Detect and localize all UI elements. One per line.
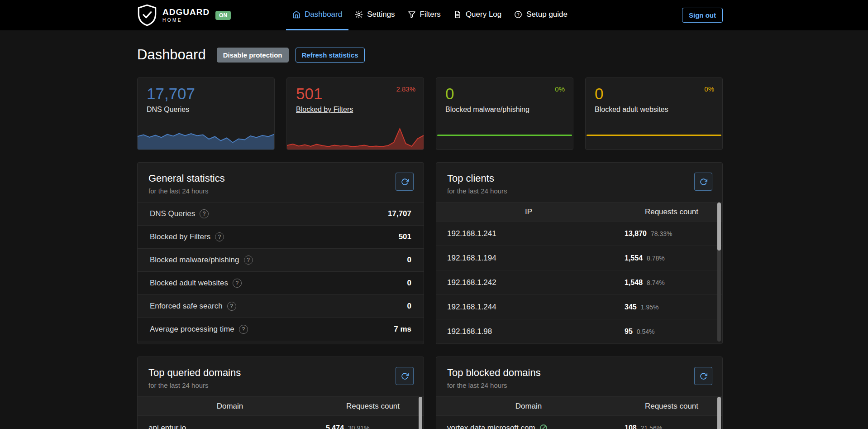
percent: 8.78% bbox=[647, 255, 665, 262]
domain-row: api.entur.io 5,47430.91% bbox=[138, 416, 424, 429]
nav-item-setup-guide[interactable]: ? Setup guide bbox=[508, 0, 574, 30]
gear-icon bbox=[355, 10, 363, 19]
stat-percent: 0% bbox=[704, 85, 714, 93]
percent: 78.33% bbox=[651, 230, 672, 237]
sign-out-button[interactable]: Sign out bbox=[682, 8, 723, 23]
help-icon[interactable]: ? bbox=[227, 302, 236, 311]
domain-link[interactable]: vortex.data.microsoft.com bbox=[447, 424, 535, 429]
scrollbar-track bbox=[419, 397, 422, 429]
home-icon bbox=[292, 10, 300, 19]
refresh-top-queried-button[interactable] bbox=[396, 367, 414, 385]
dns-queries-sparkline bbox=[138, 123, 274, 149]
nav-item-filters[interactable]: Filters bbox=[401, 0, 447, 30]
panel-title: Top blocked domains bbox=[447, 367, 711, 379]
stat-row-blocked-by-filters: Blocked by Filters ? 501 bbox=[138, 225, 424, 248]
stat-row-value: 0 bbox=[407, 302, 411, 311]
nav-item-settings[interactable]: Settings bbox=[348, 0, 401, 30]
refresh-general-statistics-button[interactable] bbox=[396, 173, 414, 191]
scrollbar-thumb[interactable] bbox=[717, 202, 721, 251]
panel-subtitle: for the last 24 hours bbox=[447, 381, 711, 389]
nav-label: Dashboard bbox=[305, 10, 342, 19]
refresh-icon bbox=[401, 178, 409, 186]
client-ip-link[interactable]: 192.168.1.194 bbox=[447, 254, 625, 263]
stat-cards-row: 17,707 DNS Queries 501 Blocked by Filter… bbox=[137, 77, 723, 150]
stat-percent: 2.83% bbox=[396, 85, 415, 93]
protection-on-badge: ON bbox=[215, 11, 231, 20]
stat-row-label: DNS Queries ? bbox=[150, 209, 209, 218]
stat-value: 17,707 bbox=[147, 85, 274, 103]
scrollbar-thumb[interactable] bbox=[419, 397, 422, 429]
nav-item-query-log[interactable]: Query Log bbox=[447, 0, 508, 30]
blocked-slash-circle-icon[interactable] bbox=[539, 424, 548, 429]
stat-row-value: 501 bbox=[399, 232, 411, 241]
percent: 0.54% bbox=[637, 328, 655, 335]
stat-card-blocked-adult: 0 Blocked adult websites 0% bbox=[585, 77, 723, 150]
help-icon[interactable]: ? bbox=[244, 255, 253, 265]
top-clients-panel: Top clients for the last 24 hours IP Req… bbox=[436, 162, 723, 344]
stat-row-safe-search: Enforced safe search ? 0 bbox=[138, 294, 424, 318]
adguard-home-logo[interactable]: ADGUARD HOME ON bbox=[137, 5, 231, 26]
stat-value: 0 bbox=[445, 85, 573, 103]
client-row: 192.168.1.194 1,5548.78% bbox=[436, 246, 722, 270]
stat-row-value: 17,707 bbox=[388, 209, 411, 218]
client-ip-link[interactable]: 192.168.1.241 bbox=[447, 229, 625, 238]
count: 1,548 bbox=[625, 279, 643, 287]
client-count-cell: 1,5488.74% bbox=[625, 279, 711, 287]
percent: 8.74% bbox=[647, 279, 665, 286]
panel-title: General statistics bbox=[148, 173, 413, 184]
client-count-cell: 13,87078.33% bbox=[625, 230, 711, 238]
client-ip-link[interactable]: 192.168.1.244 bbox=[447, 303, 625, 312]
stat-row-label: Enforced safe search ? bbox=[150, 302, 236, 311]
stat-label: DNS Queries bbox=[147, 106, 274, 114]
column-domain: Domain bbox=[436, 402, 621, 411]
help-icon[interactable]: ? bbox=[215, 232, 224, 241]
shield-check-icon bbox=[137, 5, 157, 26]
general-statistics-rows: DNS Queries ? 17,707 Blocked by Filters … bbox=[138, 202, 424, 341]
domain-link[interactable]: api.entur.io bbox=[148, 424, 326, 429]
question-circle-icon: ? bbox=[514, 10, 522, 19]
client-ip-link[interactable]: 192.168.1.242 bbox=[447, 278, 625, 287]
top-clients-header: IP Requests count bbox=[436, 202, 722, 222]
column-requests-count: Requests count bbox=[322, 402, 424, 411]
count: 95 bbox=[625, 328, 633, 336]
count: 5,474 bbox=[326, 424, 344, 429]
panel-subtitle: for the last 24 hours bbox=[447, 187, 711, 195]
client-ip-link[interactable]: 192.168.1.98 bbox=[447, 327, 625, 336]
client-count-cell: 1,5548.78% bbox=[625, 254, 711, 262]
disable-protection-button[interactable]: Disable protection bbox=[217, 48, 289, 63]
refresh-icon bbox=[700, 372, 707, 380]
stat-row-label: Blocked adult websites ? bbox=[150, 279, 242, 288]
client-row: 192.168.1.98 950.54% bbox=[436, 319, 722, 344]
scrollbar-track bbox=[717, 397, 721, 429]
stat-row-dns-queries: DNS Queries ? 17,707 bbox=[138, 202, 424, 225]
help-icon[interactable]: ? bbox=[233, 279, 242, 288]
refresh-icon bbox=[700, 178, 707, 186]
percent: 1.95% bbox=[641, 304, 659, 311]
refresh-top-clients-button[interactable] bbox=[694, 173, 712, 191]
panel-title: Top clients bbox=[447, 173, 711, 184]
panel-subtitle: for the last 24 hours bbox=[148, 381, 413, 389]
help-icon[interactable]: ? bbox=[200, 209, 209, 218]
scrollbar-thumb[interactable] bbox=[717, 397, 721, 429]
client-count-cell: 950.54% bbox=[625, 328, 711, 336]
nav-label: Filters bbox=[420, 10, 441, 19]
refresh-statistics-button[interactable]: Refresh statistics bbox=[296, 48, 365, 63]
count: 108 bbox=[625, 424, 637, 429]
stat-row-label: Blocked by Filters ? bbox=[150, 232, 224, 241]
stat-row-value: 7 ms bbox=[394, 325, 411, 334]
count: 13,870 bbox=[625, 230, 647, 238]
blocked-by-filters-link[interactable]: Blocked by Filters bbox=[296, 106, 424, 114]
blocked-by-filters-sparkline bbox=[287, 123, 424, 149]
stat-percent: 0% bbox=[555, 85, 565, 93]
column-requests-count: Requests count bbox=[621, 207, 722, 217]
stat-row-label: Average processing time ? bbox=[150, 325, 248, 334]
help-icon[interactable]: ? bbox=[239, 325, 248, 334]
brand-title: ADGUARD bbox=[162, 8, 210, 16]
stat-row-processing-time: Average processing time ? 7 ms bbox=[138, 318, 424, 341]
general-statistics-panel: General statistics for the last 24 hours… bbox=[137, 162, 424, 344]
refresh-top-blocked-button[interactable] bbox=[694, 367, 712, 385]
domain-count-cell: 10821.56% bbox=[625, 424, 711, 429]
nav-item-dashboard[interactable]: Dashboard bbox=[286, 0, 348, 30]
column-domain: Domain bbox=[138, 402, 322, 411]
stat-row-value: 0 bbox=[407, 279, 411, 288]
